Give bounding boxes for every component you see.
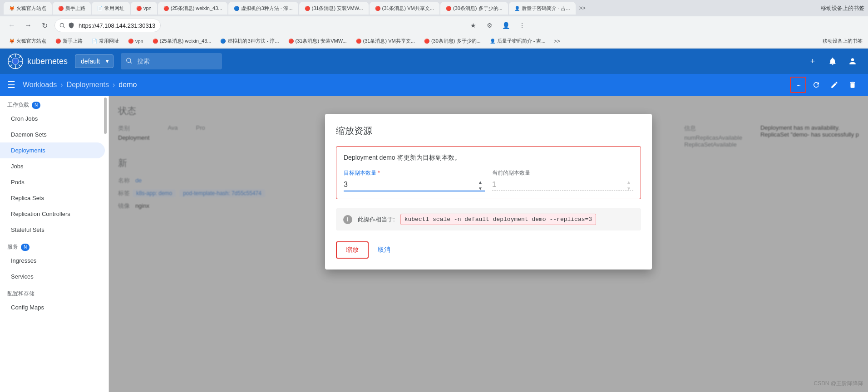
browser-tab-quantum[interactable]: 👤 后量子密码简介 - 吉...	[509, 2, 576, 15]
modal-overlay: 缩放资源 Deployment demo 将更新为目标副本数。 目标副本数量 *	[109, 96, 868, 392]
current-decrement-button: ▼	[624, 185, 633, 191]
modal-description: Deployment demo 将更新为目标副本数。	[344, 154, 633, 162]
content-area: 状态 类别 Deployment Ava Pro 信息 numReplicasA…	[109, 96, 868, 392]
sidebar-item-cronjobs[interactable]: Cron Jobs	[0, 111, 105, 127]
modal-title: 缩放资源	[336, 125, 641, 137]
browser-tabs: 🦊 火狐官方站点 🔴 新手上路 📄 常用网址 🔴 vpn 🔴 (25条消息) w…	[0, 0, 868, 16]
cancel-button[interactable]: 取消	[376, 242, 392, 258]
sidebar: 工作负载 N Cron Jobs Daemon Sets Deployments…	[0, 96, 109, 392]
target-replicas-field: 目标副本数量 * ▲ ▼	[344, 169, 485, 191]
svg-line-10	[19, 55, 21, 58]
required-indicator: *	[378, 170, 380, 176]
bookmark-common[interactable]: 📄 常用网址	[88, 37, 123, 45]
bookmark-button[interactable]: ★	[467, 19, 479, 32]
current-increment-button: ▲	[624, 179, 633, 185]
sidebar-item-replicationcontrollers[interactable]: Replication Controllers	[0, 206, 105, 222]
command-text: kubectl scale -n default deployment demo…	[400, 214, 596, 225]
header-icons: +	[804, 53, 861, 69]
modal-actions: 缩放 取消	[336, 241, 641, 259]
account-button[interactable]: 👤	[499, 19, 512, 32]
bookmark-vm1[interactable]: 🔵 虚拟机的3种方法 - 淳...	[217, 37, 282, 45]
extensions-button[interactable]: ⚙	[483, 19, 496, 32]
svg-line-9	[19, 64, 21, 67]
search-input[interactable]	[121, 53, 222, 69]
bookmark-more[interactable]: 🔴 (30条消息) 多于少的...	[420, 37, 484, 45]
browser-tab-vmshare[interactable]: 🔴 (31条消息) VM共享文...	[370, 2, 439, 15]
browser-tab-firefox[interactable]: 🦊 火狐官方站点	[4, 2, 52, 15]
current-replicas-field: 当前的副本数量 ▲ ▼	[492, 169, 633, 191]
scale-confirm-button[interactable]: 缩放	[336, 241, 369, 259]
sidebar-item-pods[interactable]: Pods	[0, 174, 105, 190]
account-icon-button[interactable]	[844, 53, 861, 69]
forward-button[interactable]: →	[22, 19, 35, 32]
bookmark-wx[interactable]: 🔴 (25条消息) weixin_43...	[149, 37, 215, 45]
search-wrapper	[121, 53, 348, 69]
target-input-wrapper: ▲ ▼	[344, 179, 485, 191]
more-bookmarks-button[interactable]: >>	[551, 37, 563, 45]
browser-tab-wx[interactable]: 🔴 (25条消息) weixin_43...	[158, 2, 228, 15]
browser-tab-vm1[interactable]: 🔵 虚拟机的3种方法 - 淳...	[228, 2, 298, 15]
target-replicas-input[interactable]	[344, 179, 485, 191]
mobile-bookmark-text: 移动设备上的书签	[823, 38, 863, 44]
breadcrumb-actions: ···	[790, 77, 861, 93]
target-increment-button[interactable]: ▲	[476, 179, 485, 185]
scale-action-button[interactable]: ···	[790, 77, 806, 93]
svg-line-1	[64, 27, 65, 28]
current-input-wrapper: ▲ ▼	[492, 179, 633, 191]
sidebar-item-jobs[interactable]: Jobs	[0, 158, 105, 174]
notifications-button[interactable]	[824, 53, 841, 69]
sidebar-item-configmaps[interactable]: Config Maps	[0, 299, 105, 315]
bookmark-start[interactable]: 🔴 新手上路	[52, 37, 86, 45]
workloads-section-label: 工作负载	[7, 101, 29, 109]
browser-tab-vmw[interactable]: 🔴 (31条消息) 安装VMW...	[299, 2, 369, 15]
modal-fields: 目标副本数量 * ▲ ▼	[344, 169, 633, 191]
bookmark-vmshare[interactable]: 🔴 (31条消息) VM共享文...	[352, 37, 419, 45]
sidebar-item-services[interactable]: Services	[0, 269, 105, 284]
sidebar-item-replicasets[interactable]: Replica Sets	[0, 190, 105, 206]
menu-button[interactable]: ⋮	[516, 19, 528, 32]
breadcrumb-bar: ☰ Workloads › Deployments › demo ···	[0, 74, 868, 96]
browser-tab-vpn[interactable]: 🔴 vpn	[131, 2, 157, 15]
command-prefix: 此操作相当于:	[358, 216, 395, 224]
sidebar-item-daemonsets[interactable]: Daemon Sets	[0, 127, 105, 142]
breadcrumb-deployments[interactable]: Deployments	[67, 81, 109, 89]
delete-action-button[interactable]	[844, 77, 861, 93]
browser-tab-more1[interactable]: 🔴 (30条消息) 多于少的...	[440, 2, 508, 15]
refresh-action-button[interactable]	[808, 77, 824, 93]
target-decrement-button[interactable]: ▼	[476, 185, 485, 191]
config-section-label: 配置和存储	[7, 290, 35, 298]
more-tabs-button[interactable]: >>	[577, 4, 588, 12]
k8s-logo[interactable]: kubernetes	[7, 53, 68, 69]
browser-tab-common[interactable]: 📄 常用网址	[92, 2, 130, 15]
sidebar-item-ingresses[interactable]: Ingresses	[0, 253, 105, 269]
browser-tab-start[interactable]: 🔴 新手上路	[53, 2, 91, 15]
bookmark-vmw[interactable]: 🔴 (31条消息) 安装VMW...	[285, 37, 350, 45]
back-button[interactable]: ←	[5, 19, 18, 32]
svg-point-0	[60, 23, 64, 27]
bookmarks-bar: 🦊 火狐官方站点 🔴 新手上路 📄 常用网址 🔴 vpn 🔴 (25条消息) w…	[0, 34, 868, 48]
command-box: i 此操作相当于: kubectl scale -n default deplo…	[336, 208, 641, 230]
hamburger-icon[interactable]: ☰	[7, 79, 15, 90]
sidebar-item-statefulsets[interactable]: Stateful Sets	[0, 222, 105, 238]
reload-button[interactable]: ↻	[38, 19, 51, 32]
workloads-badge: N	[32, 102, 40, 109]
svg-line-11	[10, 64, 12, 67]
browser-actions: ★ ⚙ 👤 ⋮	[467, 19, 528, 32]
add-button[interactable]: +	[804, 53, 821, 69]
bookmark-firefox[interactable]: 🦊 火狐官方站点	[5, 37, 50, 45]
sidebar-item-deployments[interactable]: Deployments	[0, 142, 105, 158]
current-replicas-label: 当前的副本数量	[492, 169, 633, 177]
browser-nav: ← → ↻ ★ ⚙ 👤 ⋮	[0, 16, 868, 34]
breadcrumb-workloads[interactable]: Workloads	[23, 81, 57, 89]
sidebar-scrollbar[interactable]	[104, 98, 107, 134]
k8s-logo-icon	[7, 53, 24, 69]
services-section-header: 服务 N	[0, 238, 108, 253]
namespace-selector[interactable]: default ▼	[75, 54, 113, 68]
namespace-select-input[interactable]: default	[75, 54, 113, 68]
search-icon	[125, 57, 133, 66]
bookmark-quantum[interactable]: 👤 后量子密码简介 - 吉...	[486, 37, 549, 45]
svg-point-12	[127, 58, 131, 62]
bookmark-vpn[interactable]: 🔴 vpn	[124, 38, 147, 45]
workloads-section-header: 工作负载 N	[0, 96, 108, 111]
edit-action-button[interactable]	[826, 77, 843, 93]
